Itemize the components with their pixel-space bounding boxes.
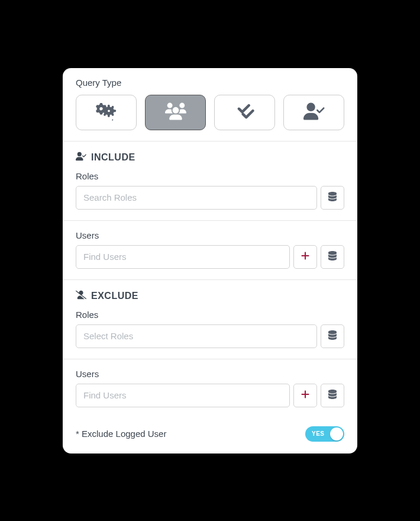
query-type-label: Query Type (76, 78, 344, 88)
include-users-input[interactable] (76, 245, 290, 269)
toggle-on-label: YES (312, 430, 325, 437)
exclude-roles-label: Roles (76, 310, 344, 320)
include-users-db-button[interactable] (321, 245, 344, 269)
include-heading: INCLUDE (91, 152, 135, 163)
include-users-row (76, 245, 344, 269)
plus-icon (301, 251, 310, 262)
plus-icon (301, 390, 310, 401)
exclude-users-section: Users (63, 359, 357, 418)
exclude-roles-db-button[interactable] (321, 324, 344, 348)
toggle-knob (330, 427, 343, 440)
exclude-roles-row (76, 324, 344, 348)
exclude-logged-user-toggle[interactable]: YES (305, 426, 344, 442)
exclude-heading: EXCLUDE (91, 291, 138, 301)
query-type-section: Query Type (63, 68, 357, 141)
query-type-buttons (76, 95, 344, 130)
database-icon (328, 330, 337, 342)
include-roles-row (76, 186, 344, 210)
users-icon (165, 101, 186, 124)
include-roles-input[interactable] (76, 186, 317, 210)
include-heading-row: INCLUDE (76, 151, 344, 164)
exclude-section: EXCLUDE Roles (63, 279, 357, 359)
query-config-panel: Query Type (63, 68, 357, 454)
exclude-users-db-button[interactable] (321, 384, 344, 407)
query-type-settings[interactable] (76, 95, 137, 130)
include-section: INCLUDE Roles (63, 141, 357, 220)
include-users-add-button[interactable] (293, 245, 317, 269)
exclude-users-add-button[interactable] (293, 384, 317, 407)
query-type-user-check[interactable] (283, 95, 344, 130)
query-type-users-group[interactable] (145, 95, 206, 130)
exclude-users-input[interactable] (76, 384, 290, 407)
user-check-icon (76, 151, 86, 164)
exclude-logged-user-label: * Exclude Logged User (76, 429, 166, 439)
footer-row: * Exclude Logged User YES (63, 418, 357, 454)
include-roles-label: Roles (76, 171, 344, 181)
query-type-double-check[interactable] (214, 95, 275, 130)
double-check-icon (234, 101, 256, 124)
exclude-roles-input[interactable] (76, 324, 317, 348)
include-users-section: Users (63, 220, 357, 279)
user-slash-icon (76, 290, 86, 303)
database-icon (328, 192, 337, 203)
exclude-users-row (76, 384, 344, 407)
include-roles-db-button[interactable] (321, 186, 344, 210)
user-check-icon (303, 101, 325, 124)
include-users-label: Users (76, 230, 344, 240)
gears-icon (96, 101, 117, 124)
database-icon (328, 390, 337, 401)
exclude-users-label: Users (76, 369, 344, 379)
database-icon (328, 251, 337, 262)
exclude-heading-row: EXCLUDE (76, 290, 344, 303)
